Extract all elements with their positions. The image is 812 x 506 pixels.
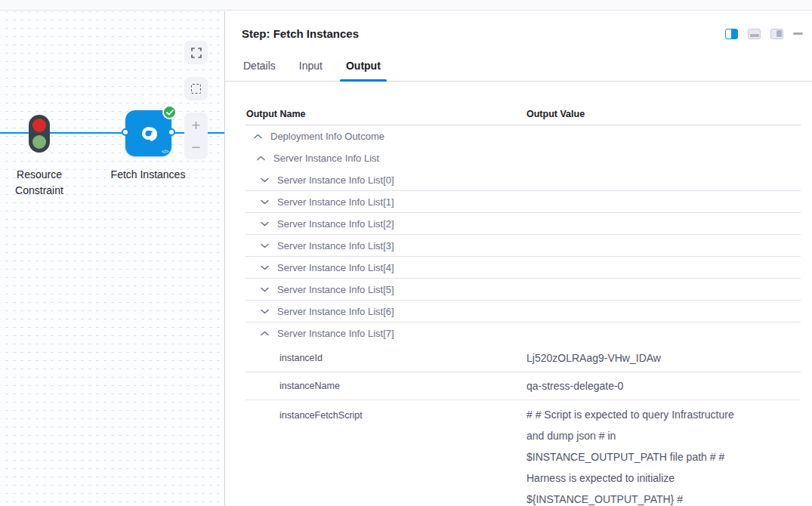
layout-controls: [725, 29, 803, 39]
tree-row-list-3[interactable]: Server Instance Info List[3]: [245, 235, 801, 257]
chevron-down-icon[interactable]: [260, 285, 269, 294]
kv-row-instance-fetch-script: instanceFetchScript # # Script is expect…: [245, 400, 801, 506]
output-table: Output Name Output Value Deployment Info…: [245, 103, 801, 506]
tree-row-deployment-info-outcome[interactable]: Deployment Info Outcome: [245, 125, 801, 147]
tree-row-list-1[interactable]: Server Instance Info List[1]: [245, 191, 801, 213]
chevron-down-icon[interactable]: [260, 263, 269, 272]
code-icon: </>: [162, 148, 168, 155]
column-header-output-name: Output Name: [245, 109, 526, 119]
output-key: instanceFetchScript: [245, 404, 526, 421]
minimize-icon[interactable]: [793, 32, 803, 35]
traffic-light-green-icon: [32, 135, 46, 149]
tree-row-list-4[interactable]: Server Instance Info List[4]: [245, 257, 801, 279]
tree-row-list-2[interactable]: Server Instance Info List[2]: [245, 213, 801, 235]
tab-input[interactable]: Input: [298, 60, 324, 81]
node-label-resource-constraint: Resource Constraint: [1, 167, 78, 199]
node-label-fetch-instances: Fetch Instances: [103, 167, 193, 183]
kv-row-instance-name: instanceName qa-stress-delegate-0: [245, 372, 801, 400]
layout-bottom-panel-icon[interactable]: [748, 29, 761, 39]
node-resource-constraint[interactable]: [29, 115, 50, 153]
chevron-down-icon[interactable]: [260, 219, 269, 228]
page-title: Step: Fetch Instances: [242, 27, 359, 40]
zoom-out-button[interactable]: −: [184, 136, 208, 158]
tree-row-list-0[interactable]: Server Instance Info List[0]: [245, 169, 801, 191]
tree-row-list-7[interactable]: Server Instance Info List[7]: [245, 322, 801, 344]
chevron-up-icon[interactable]: [253, 132, 262, 141]
step-details-panel: Step: Fetch Instances Details Input Outp…: [225, 11, 812, 506]
chevron-down-icon[interactable]: [260, 241, 269, 250]
layout-split-right-icon[interactable]: [725, 29, 738, 39]
fullscreen-icon: [191, 48, 202, 58]
output-value: Lj520zOLRAag9-VHw_IDAw: [526, 347, 661, 369]
success-badge: [162, 105, 177, 119]
tree-row-list-5[interactable]: Server Instance Info List[5]: [245, 279, 801, 301]
tree-row-list-6[interactable]: Server Instance Info List[6]: [245, 301, 801, 322]
output-key: instanceId: [245, 353, 526, 363]
tab-bar: Details Input Output: [225, 60, 812, 82]
panel-header: Step: Fetch Instances: [225, 11, 812, 40]
kv-row-instance-id: instanceId Lj520zOLRAag9-VHw_IDAw: [245, 344, 801, 372]
table-header: Output Name Output Value: [245, 103, 801, 125]
pipeline-canvas[interactable]: Resource Constraint </> Fetch Instances …: [0, 11, 224, 506]
output-value: qa-stress-delegate-0: [526, 375, 623, 396]
zoom-controls: + −: [184, 113, 208, 159]
column-header-output-value: Output Value: [526, 109, 585, 119]
output-key: instanceName: [245, 381, 526, 391]
marquee-select-button[interactable]: [184, 77, 208, 100]
chevron-down-icon[interactable]: [260, 307, 269, 316]
check-icon: [166, 110, 174, 116]
chevron-down-icon[interactable]: [260, 197, 269, 206]
zoom-to-fit-button[interactable]: [184, 41, 208, 64]
chevron-up-icon[interactable]: [256, 154, 265, 163]
window-top-bar: [0, 0, 812, 11]
node-port-right: [168, 128, 175, 136]
harness-swirl-icon: [136, 121, 161, 149]
tab-details[interactable]: Details: [242, 60, 277, 81]
marquee-icon: [191, 84, 201, 94]
tree-row-server-instance-info-list[interactable]: Server Instance Info List: [245, 147, 801, 169]
node-port-left: [122, 128, 129, 136]
layout-right-panel-icon[interactable]: [770, 29, 783, 39]
panel-divider[interactable]: [224, 11, 225, 506]
output-value: # # Script is expected to query Infrastr…: [526, 404, 747, 506]
chevron-down-icon[interactable]: [260, 175, 269, 184]
chevron-up-icon[interactable]: [260, 329, 269, 338]
tab-output[interactable]: Output: [344, 60, 382, 81]
node-fetch-instances[interactable]: </>: [125, 110, 171, 156]
traffic-light-red-icon: [32, 119, 46, 132]
zoom-in-button[interactable]: +: [184, 114, 208, 136]
